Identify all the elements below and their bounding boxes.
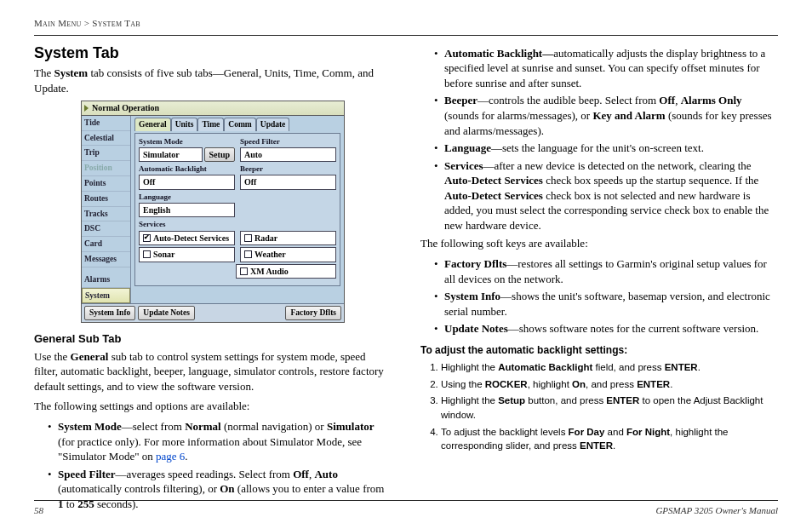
- device-main: General Units Time Comm Update System Mo…: [131, 116, 344, 304]
- check-autodetect[interactable]: ✔Auto-Detect Services: [139, 231, 235, 246]
- list-item: Services—after a new device is detected …: [434, 158, 778, 233]
- check-xm[interactable]: XM Audio: [236, 264, 336, 279]
- play-icon: [84, 105, 89, 112]
- breadcrumb: Main Menu > System Tab: [34, 17, 778, 30]
- device-softkeys: System Info Update Notes Factory Dflts: [82, 303, 344, 322]
- sidebar-item[interactable]: Points: [82, 176, 130, 192]
- step: Highlight the Automatic Backlight field,…: [441, 360, 778, 375]
- sidebar-item[interactable]: Card: [82, 237, 130, 252]
- breadcrumb-sep: >: [84, 18, 90, 28]
- field-beeper[interactable]: Off: [240, 175, 336, 190]
- step: Highlight the Setup button, and press EN…: [441, 394, 778, 422]
- label-services: Services: [139, 219, 336, 229]
- sidebar-item[interactable]: Trip: [82, 146, 130, 161]
- tab-time[interactable]: Time: [197, 118, 224, 131]
- device-tabs: General Units Time Comm Update: [134, 118, 340, 131]
- sidebar-item[interactable]: Tracks: [82, 207, 130, 222]
- general-subtab-para: Use the General sub tab to control syste…: [34, 349, 392, 394]
- field-lang[interactable]: English: [139, 203, 235, 218]
- label-sysmode: System Mode: [139, 136, 235, 147]
- intro-para: The System tab consists of five sub tabs…: [34, 66, 392, 95]
- page-footer: 58 GPSMAP 3205 Owner's Manual: [34, 500, 778, 517]
- check-weather[interactable]: Weather: [240, 247, 336, 262]
- label-autob: Automatic Backlight: [139, 164, 235, 174]
- sidebar-item[interactable]: Alarms: [82, 273, 130, 288]
- sidebar-item[interactable]: Position: [82, 161, 130, 176]
- list-item: System Mode—select from Normal (normal n…: [48, 419, 392, 464]
- right-bullet-list: Automatic Backlight—automatically adjust…: [420, 46, 778, 233]
- step: To adjust the backlight levels For Day a…: [441, 425, 778, 453]
- sidebar-item[interactable]: DSC: [82, 221, 130, 237]
- device-titlebar: Normal Operation: [82, 101, 344, 116]
- field-speed[interactable]: Auto: [240, 147, 336, 163]
- procedure-steps: Highlight the Automatic Backlight field,…: [420, 360, 778, 453]
- left-bullet-list: System Mode—select from Normal (normal n…: [34, 419, 392, 511]
- sidebar-item-selected[interactable]: System: [82, 288, 130, 304]
- tab-units[interactable]: Units: [171, 118, 198, 131]
- sidebar-item[interactable]: Celestial: [82, 131, 130, 147]
- list-item: Update Notes—shows software notes for th…: [434, 321, 778, 336]
- label-speed: Speed Filter: [240, 136, 336, 147]
- sidebar-item[interactable]: Routes: [82, 192, 130, 207]
- list-item: System Info—shows the unit's software, b…: [434, 289, 778, 319]
- softkey-update-notes[interactable]: Update Notes: [138, 306, 195, 320]
- step: Using the ROCKER, highlight On, and pres…: [441, 377, 778, 392]
- device-sidebar: Tide Celestial Trip Position Points Rout…: [82, 116, 131, 304]
- tab-comm[interactable]: Comm: [224, 118, 255, 131]
- softkey-system-info[interactable]: System Info: [84, 306, 135, 320]
- check-radar[interactable]: Radar: [240, 231, 336, 246]
- list-item: Beeper—controls the audible beep. Select…: [434, 93, 778, 138]
- procedure-head: To adjust the automatic backlight settin…: [420, 343, 778, 357]
- breadcrumb-b: System Tab: [92, 18, 140, 28]
- page-title: System Tab: [34, 43, 392, 63]
- page-number: 58: [34, 504, 43, 517]
- device-panel: System Mode Simulator Setup Speed Filter…: [134, 133, 340, 287]
- sidebar-item[interactable]: Messages: [82, 252, 130, 267]
- setup-button[interactable]: Setup: [204, 147, 235, 163]
- header-rule: [34, 35, 778, 36]
- label-beeper: Beeper: [240, 164, 336, 174]
- label-lang: Language: [139, 192, 235, 202]
- softkey-bullet-list: Factory Dflts—restores all settings to G…: [420, 256, 778, 336]
- general-subtab-head: General Sub Tab: [34, 331, 392, 347]
- field-autob[interactable]: Off: [139, 175, 235, 190]
- list-item: Language—sets the language for the unit'…: [434, 141, 778, 156]
- softkeys-intro: The following soft keys are available:: [420, 236, 778, 251]
- settings-avail: The following settings and options are a…: [34, 399, 392, 414]
- device-screenshot: Normal Operation Tide Celestial Trip Pos…: [81, 101, 345, 323]
- left-column: System Tab The System tab consists of fi…: [34, 43, 392, 515]
- breadcrumb-a: Main Menu: [34, 18, 82, 28]
- list-item: Automatic Backlight—automatically adjust…: [434, 46, 778, 91]
- tab-update[interactable]: Update: [256, 118, 290, 131]
- field-sysmode[interactable]: Simulator: [139, 147, 203, 163]
- tab-general[interactable]: General: [134, 118, 171, 131]
- right-column: Automatic Backlight—automatically adjust…: [420, 43, 778, 515]
- list-item: Factory Dflts—restores all settings to G…: [434, 256, 778, 286]
- check-sonar[interactable]: Sonar: [139, 247, 235, 262]
- sidebar-item[interactable]: Tide: [82, 116, 130, 131]
- page-link[interactable]: page 6: [156, 450, 185, 463]
- softkey-factory-dflts[interactable]: Factory Dflts: [285, 306, 341, 320]
- device-title: Normal Operation: [92, 102, 159, 114]
- doc-title: GPSMAP 3205 Owner's Manual: [655, 504, 778, 517]
- content-columns: System Tab The System tab consists of fi…: [34, 43, 778, 515]
